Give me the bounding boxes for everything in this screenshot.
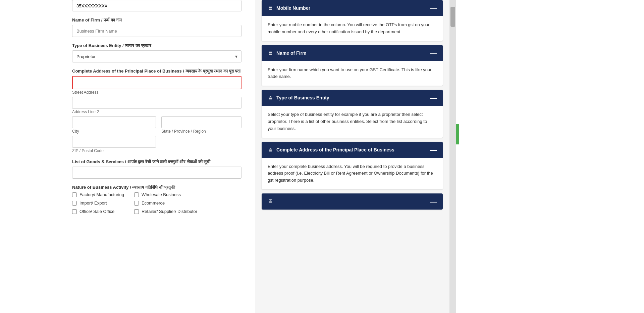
state-col: State / Province / Region [161, 116, 241, 134]
help-card-entity-header-left: 🖥 Type of Business Entity [268, 95, 329, 101]
checkbox-ecommerce-label: Ecommerce [142, 200, 165, 206]
street-address-input[interactable] [72, 76, 241, 89]
street-address-wrapper: Street Address [72, 76, 241, 95]
monitor-icon-mobile: 🖥 [268, 5, 273, 11]
collapse-next-button[interactable]: — [430, 198, 437, 205]
form-panel: Name of Firm / फर्म का नाम Type of Busin… [0, 0, 255, 313]
checkbox-import-input[interactable] [72, 201, 77, 206]
help-card-entity-title: Type of Business Entity [276, 95, 329, 100]
checkbox-factory-input[interactable] [72, 192, 77, 197]
nature-label: Nature of Business Activity / व्यवसाय गत… [72, 185, 241, 190]
checkbox-ecommerce[interactable]: Ecommerce [134, 200, 197, 206]
business-type-select-wrapper: Proprietor Partnership LLP Pvt Ltd Publi… [72, 50, 241, 62]
help-card-address-header-left: 🖥 Complete Address of the Principal Plac… [268, 147, 394, 153]
help-card-firm: 🖥 Name of Firm — Enter your firm name wh… [262, 45, 443, 86]
address-line2-sublabel: Address Line 2 [72, 109, 241, 114]
checkbox-ecommerce-input[interactable] [134, 201, 139, 206]
help-card-firm-text: Enter your firm name which you want to u… [268, 67, 432, 79]
monitor-icon-firm: 🖥 [268, 50, 273, 56]
checkbox-office-label: Office/ Sale Office [79, 209, 114, 214]
help-card-address-text: Enter your complete business address. Yo… [268, 164, 433, 183]
business-type-label: Type of Business Entity / व्यापार का प्र… [72, 43, 241, 48]
help-card-firm-header-left: 🖥 Name of Firm [268, 50, 306, 56]
checkbox-factory[interactable]: Factory/ Manufacturing [72, 192, 124, 197]
checkbox-retailer[interactable]: Retailer/ Supplier/ Distributor [134, 209, 197, 214]
goods-services-label: List of Goods & Services / आपके द्वारा ब… [72, 159, 241, 165]
checkbox-col-2: Wholesale Business Ecommerce Retailer/ S… [134, 192, 197, 214]
help-card-firm-header[interactable]: 🖥 Name of Firm — [262, 45, 443, 61]
scrollbar-thumb[interactable] [450, 7, 455, 27]
help-card-entity-header[interactable]: 🖥 Type of Business Entity — [262, 90, 443, 106]
checkbox-grid: Factory/ Manufacturing Import/ Export Of… [72, 192, 241, 214]
help-card-mobile-header[interactable]: 🖥 Mobile Number — [262, 0, 443, 16]
help-card-mobile-body: Enter your mobile number in the column. … [262, 16, 443, 41]
checkbox-wholesale-label: Wholesale Business [142, 192, 181, 197]
state-input[interactable] [161, 116, 241, 128]
gstin-input[interactable] [72, 0, 241, 11]
checkbox-import[interactable]: Import/ Export [72, 200, 124, 206]
help-card-address-title: Complete Address of the Principal Place … [276, 147, 394, 152]
checkbox-retailer-label: Retailer/ Supplier/ Distributor [142, 209, 197, 214]
help-card-firm-body: Enter your firm name which you want to u… [262, 61, 443, 86]
address-line2-input[interactable] [72, 97, 241, 109]
help-card-mobile-title: Mobile Number [276, 5, 310, 11]
street-address-sublabel: Street Address [72, 90, 241, 95]
help-card-firm-title: Name of Firm [276, 50, 306, 56]
nature-group: Nature of Business Activity / व्यवसाय गत… [72, 185, 241, 214]
help-card-mobile-header-left: 🖥 Mobile Number [268, 5, 310, 11]
help-card-next-header[interactable]: 🖥 — [262, 193, 443, 210]
checkbox-factory-label: Factory/ Manufacturing [79, 192, 124, 197]
collapse-address-button[interactable]: — [430, 146, 437, 153]
checkbox-col-1: Factory/ Manufacturing Import/ Export Of… [72, 192, 124, 214]
monitor-icon-next: 🖥 [268, 198, 273, 205]
business-type-group: Type of Business Entity / व्यापार का प्र… [72, 43, 241, 62]
zip-input[interactable] [72, 136, 156, 148]
monitor-icon-entity: 🖥 [268, 95, 273, 101]
checkbox-wholesale-input[interactable] [134, 192, 139, 197]
collapse-firm-button[interactable]: — [430, 50, 437, 56]
city-sublabel: City [72, 129, 156, 134]
goods-services-input[interactable] [72, 167, 241, 179]
help-card-address-body: Enter your complete business address. Yo… [262, 158, 443, 189]
city-state-row: City State / Province / Region [72, 116, 241, 134]
help-card-mobile: 🖥 Mobile Number — Enter your mobile numb… [262, 0, 443, 41]
help-card-entity: 🖥 Type of Business Entity — Select your … [262, 90, 443, 137]
firm-name-group: Name of Firm / फर्म का नाम [72, 17, 241, 37]
help-card-entity-text: Select your type of business entity for … [268, 112, 427, 131]
city-col: City [72, 116, 156, 134]
checkbox-retailer-input[interactable] [134, 209, 139, 214]
address-line2-wrapper: Address Line 2 [72, 97, 241, 114]
firm-name-label: Name of Firm / फर्म का नाम [72, 17, 241, 23]
address-section-label: Complete Address of the Principal Place … [72, 69, 241, 74]
checkbox-office[interactable]: Office/ Sale Office [72, 209, 124, 214]
help-card-address-header[interactable]: 🖥 Complete Address of the Principal Plac… [262, 142, 443, 158]
help-card-mobile-text: Enter your mobile number in the column. … [268, 22, 430, 34]
state-sublabel: State / Province / Region [161, 129, 241, 134]
zip-sublabel: ZIP / Postal Code [72, 148, 241, 153]
checkbox-office-input[interactable] [72, 209, 77, 214]
help-card-next: 🖥 — [262, 193, 443, 210]
city-input[interactable] [72, 116, 156, 128]
goods-services-group: List of Goods & Services / आपके द्वारा ब… [72, 159, 241, 179]
monitor-icon-address: 🖥 [268, 147, 273, 153]
help-panel: 🖥 Mobile Number — Enter your mobile numb… [255, 0, 449, 313]
help-card-address: 🖥 Complete Address of the Principal Plac… [262, 142, 443, 189]
checkbox-import-label: Import/ Export [79, 200, 107, 206]
help-card-entity-body: Select your type of business entity for … [262, 106, 443, 137]
checkbox-wholesale[interactable]: Wholesale Business [134, 192, 197, 197]
help-card-next-header-left: 🖥 [268, 198, 273, 205]
scrollbar-area [449, 0, 456, 313]
collapse-mobile-button[interactable]: — [430, 5, 437, 11]
address-group: Complete Address of the Principal Place … [72, 69, 241, 153]
firm-name-input[interactable] [72, 25, 241, 37]
business-type-select[interactable]: Proprietor Partnership LLP Pvt Ltd Publi… [72, 50, 241, 62]
collapse-entity-button[interactable]: — [430, 94, 437, 101]
zip-wrapper: ZIP / Postal Code [72, 136, 241, 153]
accent-bar [456, 124, 459, 144]
